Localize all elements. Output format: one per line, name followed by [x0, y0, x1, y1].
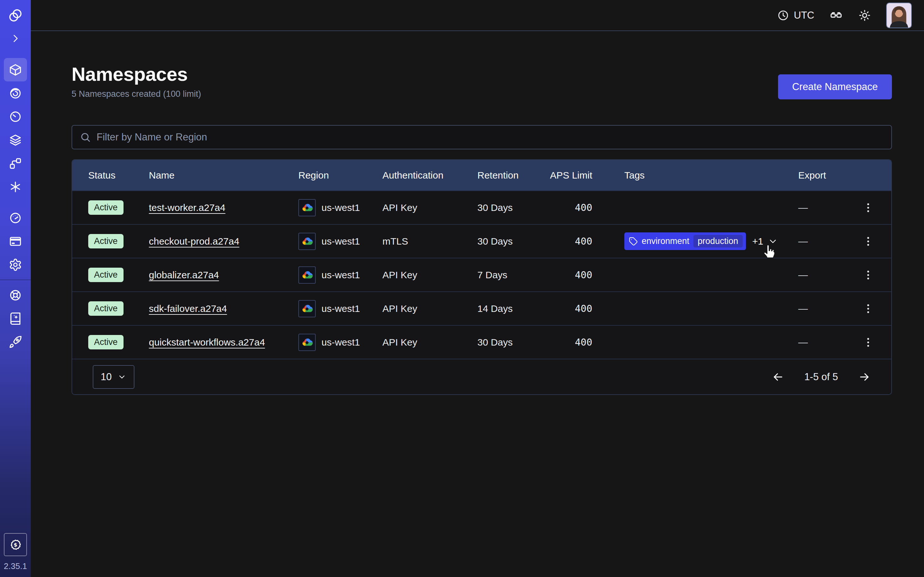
col-header-name: Name [149, 170, 298, 181]
sidebar-item-getting-started[interactable] [4, 330, 27, 354]
tags-expand-toggle[interactable]: +1 [752, 236, 778, 247]
filter-searchbar[interactable] [71, 125, 892, 149]
timer-icon [9, 110, 22, 123]
tag-value: production [693, 235, 743, 247]
layers-icon [9, 133, 22, 147]
status-badge: Active [88, 301, 124, 316]
col-header-status: Status [88, 170, 149, 181]
col-header-aps-limit: APS Limit [547, 170, 592, 181]
sidebar-item-namespaces[interactable] [4, 58, 27, 81]
auth-label: API Key [383, 303, 477, 314]
status-badge: Active [88, 234, 124, 248]
page-subtitle: 5 Namespaces created (100 limit) [71, 89, 892, 99]
namespace-link[interactable]: quickstart-workflows.a27a4 [149, 337, 265, 348]
namespaces-table: Status Name Region Authentication Retent… [71, 159, 892, 395]
book-sparkle-icon [9, 312, 22, 326]
row-menu-button[interactable] [860, 299, 877, 318]
temporal-logo-icon[interactable] [4, 4, 27, 27]
row-menu-button[interactable] [860, 333, 877, 352]
timezone-selector[interactable]: UTC [777, 9, 814, 21]
auth-label: API Key [383, 269, 477, 280]
workflow-graph-icon [9, 157, 22, 170]
tag-chip[interactable]: environment production [624, 232, 746, 250]
svg-text:$: $ [14, 542, 18, 548]
auth-label: API Key [383, 202, 477, 213]
credits-button[interactable]: $ [4, 533, 27, 556]
namespace-link[interactable]: sdk-failover.a27a4 [149, 303, 227, 314]
gcp-cloud-icon [298, 266, 316, 284]
prev-page-button[interactable] [772, 371, 784, 384]
tag-key: environment [642, 236, 690, 246]
retention-label: 30 Days [477, 202, 547, 213]
topbar: UTC [31, 0, 924, 31]
table-row: Active checkout-prod.a27a4 us-west1 mTLS… [72, 224, 891, 258]
namespace-link[interactable]: test-worker.a27a4 [149, 202, 225, 213]
namespace-link[interactable]: checkout-prod.a27a4 [149, 236, 239, 247]
page-size-value: 10 [101, 371, 111, 383]
next-page-button[interactable] [858, 371, 871, 384]
theme-toggle-button[interactable] [858, 9, 871, 22]
tags-more-count: +1 [752, 236, 763, 247]
col-header-export: Export [798, 170, 860, 181]
aps-limit-value: 400 [547, 202, 592, 213]
timezone-label: UTC [794, 10, 814, 21]
retention-label: 14 Days [477, 303, 547, 314]
sidebar-item-deployments[interactable] [4, 128, 27, 152]
col-header-authentication: Authentication [383, 170, 477, 181]
user-avatar[interactable] [886, 3, 912, 28]
col-header-retention: Retention [477, 170, 547, 181]
aps-limit-value: 400 [547, 235, 592, 247]
export-value: — [798, 202, 860, 213]
table-header-row: Status Name Region Authentication Retent… [72, 160, 891, 190]
arrow-right-icon [858, 371, 871, 384]
pagination-range: 1-5 of 5 [804, 371, 838, 383]
tag-icon [629, 237, 638, 246]
filter-input[interactable] [97, 131, 884, 143]
sidebar-item-batch-operations[interactable] [4, 152, 27, 175]
region-label: us-west1 [321, 202, 360, 213]
sidebar-item-support[interactable] [4, 284, 27, 307]
table-row: Active globalizer.a27a4 us-west1 API Key… [72, 258, 891, 292]
sidebar-item-nexus[interactable] [4, 175, 27, 198]
sidebar-item-billing[interactable] [4, 229, 27, 253]
row-menu-button[interactable] [860, 198, 877, 218]
search-icon [80, 132, 91, 143]
gcp-cloud-icon [298, 334, 316, 351]
page-size-select[interactable]: 10 [93, 365, 134, 389]
export-value: — [798, 236, 860, 247]
gauge-icon [9, 211, 22, 225]
sidebar-item-workflows[interactable] [4, 81, 27, 105]
chevron-down-icon [768, 236, 778, 247]
sidebar-expand-chevron-icon[interactable] [4, 27, 27, 50]
sidebar-item-settings[interactable] [4, 253, 27, 276]
arrow-left-icon [772, 371, 784, 384]
namespace-link[interactable]: globalizer.a27a4 [149, 269, 219, 280]
aps-limit-value: 400 [547, 269, 592, 280]
create-namespace-button[interactable]: Create Namespace [778, 74, 892, 99]
glasses-icon [829, 8, 843, 23]
col-header-tags: Tags [592, 170, 798, 181]
aps-limit-value: 400 [547, 303, 592, 314]
table-row: Active sdk-failover.a27a4 us-west1 API K… [72, 292, 891, 325]
app-version: 2.35.1 [4, 561, 27, 571]
gear-icon [9, 258, 22, 271]
retention-label: 30 Days [477, 337, 547, 348]
status-badge: Active [88, 268, 124, 282]
cube-icon [9, 63, 22, 77]
auth-label: mTLS [383, 236, 477, 247]
row-menu-button[interactable] [860, 266, 877, 285]
sidebar-item-docs[interactable] [4, 307, 27, 330]
status-badge: Active [88, 200, 124, 215]
gcp-cloud-icon [298, 300, 316, 318]
aps-limit-value: 400 [547, 337, 592, 348]
lifebuoy-icon [9, 288, 22, 302]
export-value: — [798, 269, 860, 280]
row-menu-button[interactable] [860, 232, 877, 251]
page-title: Namespaces [71, 63, 892, 85]
labs-glasses-button[interactable] [829, 8, 843, 23]
region-label: us-west1 [321, 303, 360, 314]
table-footer: 10 1-5 of 5 [72, 359, 891, 394]
retention-label: 30 Days [477, 236, 547, 247]
sidebar-item-schedules[interactable] [4, 105, 27, 128]
sidebar-item-usage[interactable] [4, 206, 27, 229]
